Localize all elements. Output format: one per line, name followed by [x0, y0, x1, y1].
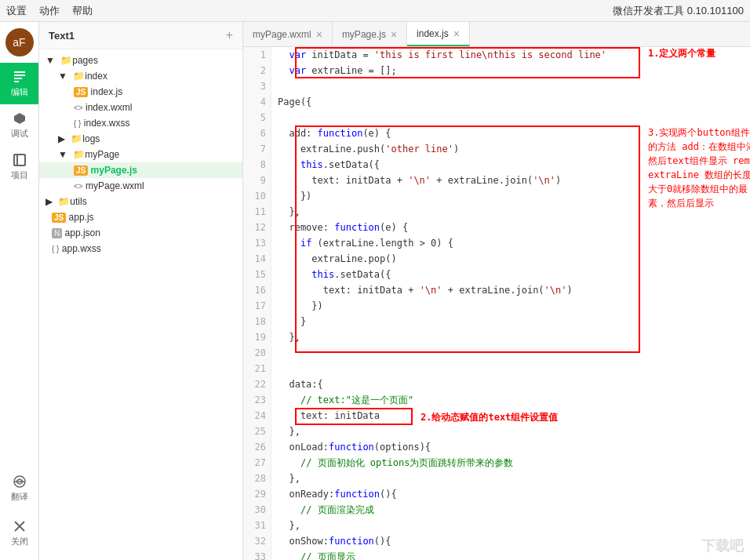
- add-file-button[interactable]: +: [226, 28, 233, 42]
- folder-icon: 📁: [58, 196, 70, 207]
- folder-icon: 📁: [71, 133, 82, 144]
- js-icon: JS: [52, 213, 66, 223]
- tree-item-label: pages: [72, 55, 98, 66]
- menu-settings[interactable]: 设置: [6, 4, 27, 18]
- svg-rect-2: [14, 78, 22, 79]
- sidebar-label-project: 项目: [11, 169, 28, 181]
- tab-mypage-js[interactable]: myPage.js ×: [333, 22, 407, 46]
- watermark: 下载吧: [701, 538, 744, 554]
- sidebar-bottom: 翻译 关闭: [11, 467, 28, 560]
- code-line-33: // 页面显示: [278, 549, 744, 560]
- code-line-22: data:{: [278, 376, 744, 392]
- tree-item-label: index: [85, 71, 107, 82]
- code-line-16: text: initData + '\n' + extraLine.join('…: [278, 282, 744, 298]
- sidebar-item-project[interactable]: 项目: [0, 146, 38, 187]
- code-line-8: this.setData({: [278, 157, 744, 173]
- tree-item-label: logs: [82, 133, 100, 144]
- menu-actions[interactable]: 动作: [39, 4, 60, 18]
- tree-item-label: index.wxss: [84, 118, 130, 129]
- code-line-32: onShow:function(){: [278, 533, 744, 549]
- tree-item-label: index.wxml: [86, 102, 132, 113]
- tab-label: index.js: [417, 28, 449, 39]
- tree-item-label: myPage.js: [91, 165, 137, 176]
- file-tree: Text1 + ▼ 📁 pages ▼ 📁 index JS index.js …: [39, 22, 243, 560]
- chevron-down-icon: ▼: [58, 71, 67, 82]
- code-line-27: // 页面初始化 options为页面跳转所带来的参数: [278, 455, 744, 471]
- tree-item-index[interactable]: ▼ 📁 index: [39, 68, 242, 84]
- code-line-9: text: initData + '\n' + extraLine.join('…: [278, 173, 744, 188]
- close-icon[interactable]: ×: [316, 28, 322, 41]
- tree-item-app-json[interactable]: N app.json: [39, 225, 242, 241]
- tree-item-index-js[interactable]: JS index.js: [39, 84, 242, 100]
- code-wrapper[interactable]: 12345 678910 1112131415 1617181920 21222…: [243, 47, 750, 560]
- code-line-25: },: [278, 424, 744, 439]
- tree-item-utils[interactable]: ▶ 📁 utils: [39, 194, 242, 209]
- tree-item-mypage-js[interactable]: JS myPage.js: [39, 162, 242, 178]
- code-line-6: add: function(e) {: [278, 125, 744, 141]
- code-line-21: [278, 361, 744, 376]
- close-icon[interactable]: ×: [391, 28, 397, 41]
- tab-index-js[interactable]: index.js ×: [407, 22, 470, 46]
- svg-rect-1: [14, 75, 25, 76]
- svg-rect-4: [14, 155, 25, 165]
- code-line-24: text: initData: [278, 408, 744, 424]
- tree-item-mypage-wxml[interactable]: <> myPage.wxml: [39, 178, 242, 194]
- sidebar-label-translate: 翻译: [11, 491, 28, 503]
- svg-rect-3: [14, 81, 19, 82]
- tree-item-index-wxss[interactable]: { } index.wxss: [39, 115, 242, 131]
- code-line-15: this.setData({: [278, 267, 744, 282]
- tree-item-label: myPage: [85, 149, 119, 160]
- tree-item-index-wxml[interactable]: <> index.wxml: [39, 100, 242, 115]
- tree-item-label: utils: [70, 196, 86, 207]
- tree-item-app-wxss[interactable]: { } app.wxss: [39, 241, 242, 256]
- tree-item-label: index.js: [91, 86, 123, 97]
- tree-item-pages[interactable]: ▼ 📁 pages: [39, 53, 242, 68]
- code-line-1: var initData = 'this is first line\nthis…: [278, 47, 744, 63]
- tree-item-label: app.json: [65, 227, 100, 238]
- code-line-10: }): [278, 188, 744, 204]
- code-line-4: Page({: [278, 94, 744, 110]
- file-tree-header: Text1 +: [39, 22, 242, 49]
- sidebar-item-debug[interactable]: 调试: [0, 104, 38, 146]
- tree-item-label: myPage.wxml: [86, 180, 144, 191]
- folder-icon: 📁: [60, 55, 72, 66]
- line-numbers: 12345 678910 1112131415 1617181920 21222…: [243, 47, 271, 560]
- code-line-3: [278, 78, 744, 94]
- code-line-14: extraLine.pop(): [278, 251, 744, 267]
- code-line-23: // text:"这是一个页面": [278, 392, 744, 408]
- tab-mypage-wxml[interactable]: myPage.wxml ×: [243, 22, 333, 46]
- chevron-down-icon: ▼: [46, 55, 55, 66]
- tab-label: myPage.wxml: [253, 29, 311, 40]
- tree-item-app-js[interactable]: JS app.js: [39, 209, 242, 225]
- json-icon: N: [52, 228, 62, 238]
- chevron-down-icon: ▼: [58, 149, 67, 160]
- file-tree-title: Text1: [49, 30, 75, 42]
- tab-bar: myPage.wxml × myPage.js × index.js ×: [243, 22, 750, 47]
- code-line-31: },: [278, 518, 744, 533]
- close-icon[interactable]: ×: [453, 27, 460, 40]
- code-line-12: remove: function(e) {: [278, 220, 744, 235]
- tree-item-label: app.js: [69, 212, 94, 223]
- code-line-2: var extraLine = [];: [278, 63, 744, 78]
- avatar[interactable]: aF: [5, 28, 34, 56]
- menu-items: 设置 动作 帮助: [6, 4, 93, 18]
- tree-item-mypage[interactable]: ▼ 📁 myPage: [39, 147, 242, 162]
- tab-label: myPage.js: [342, 29, 386, 40]
- tree-item-logs[interactable]: ▶ 📁 logs: [39, 131, 242, 147]
- sidebar-item-translate[interactable]: 翻译: [11, 467, 28, 509]
- chevron-right-icon: ▶: [58, 133, 65, 144]
- code-line-28: },: [278, 471, 744, 486]
- sidebar-item-edit[interactable]: 编辑: [0, 63, 38, 104]
- code-line-26: onLoad:function(options){: [278, 439, 744, 455]
- svg-rect-0: [14, 71, 25, 73]
- code-content[interactable]: var initData = 'this is first line\nthis…: [271, 47, 750, 560]
- code-line-29: onReady:function(){: [278, 486, 744, 502]
- folder-icon: 📁: [73, 71, 85, 82]
- file-tree-body: ▼ 📁 pages ▼ 📁 index JS index.js <> index…: [39, 49, 242, 560]
- code-line-5: [278, 110, 744, 125]
- sidebar-item-close[interactable]: 关闭: [11, 512, 28, 554]
- menu-help[interactable]: 帮助: [72, 4, 93, 18]
- tree-item-label: app.wxss: [62, 243, 101, 254]
- code-line-18: }: [278, 314, 744, 329]
- js-icon: JS: [74, 87, 88, 97]
